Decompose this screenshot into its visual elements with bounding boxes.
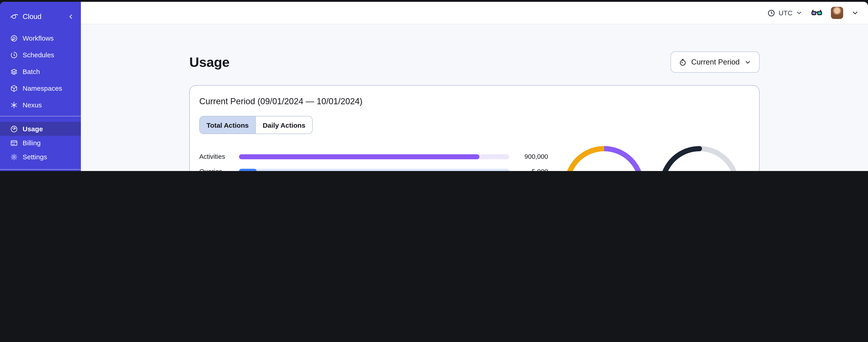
sidebar-item-namespaces[interactable]: Namespaces (0, 80, 81, 97)
usage-icon (10, 125, 18, 133)
glasses-icon (811, 7, 823, 19)
schedules-icon (10, 51, 18, 59)
workflows-icon (10, 34, 18, 42)
total-storage-donut: 0 GB/DayTotal Storage (659, 146, 740, 171)
panel-title: Current Period (09/01/2024 — 10/01/2024) (199, 97, 750, 106)
top-bar: UTC (81, 2, 868, 24)
donut-center: 0 GB/DayTotal Storage (659, 146, 740, 171)
bar-row-activities: Activities900,000 (199, 149, 548, 164)
sidebar-nav-account: UsageBillingSettings (0, 116, 81, 169)
sidebar-item-billing[interactable]: Billing (0, 136, 81, 150)
brand-label: Cloud (23, 13, 41, 21)
main-area: UTC Usage (81, 2, 868, 171)
sidebar-nav-platform: WorkflowsSchedulesBatchNamespacesNexus (0, 30, 81, 113)
user-avatar[interactable] (831, 7, 843, 19)
bar-value: 900,000 (509, 153, 548, 160)
sidebar-item-label: Workflows (23, 34, 54, 42)
bar-track (239, 169, 509, 171)
sidebar: Cloud WorkflowsSchedulesBatchNamespacesN… (0, 2, 81, 171)
actions-tab-group: Total ActionsDaily Actions (199, 116, 313, 134)
user-menu-button[interactable] (851, 9, 859, 17)
donut-center: 4.7 MMTotal Actions (564, 146, 644, 171)
sidebar-item-schedules[interactable]: Schedules (0, 46, 81, 63)
settings-icon (10, 153, 18, 161)
chevron-left-icon (67, 13, 74, 20)
sidebar-item-settings[interactable]: Settings (0, 150, 81, 164)
period-selector-button[interactable]: Current Period (670, 52, 760, 73)
sidebar-item-label: Settings (23, 153, 47, 161)
summary-donuts: 4.7 MMTotal Actions0 GB/DayTotal Storage (564, 146, 740, 171)
sidebar-item-label: Batch (23, 68, 40, 75)
sidebar-item-workflows[interactable]: Workflows (0, 30, 81, 46)
period-selector-label: Current Period (691, 58, 740, 66)
chevron-down-icon (851, 9, 859, 17)
sidebar-item-label: Schedules (23, 51, 54, 59)
page-content: Usage Current Period Current Period (09/… (189, 24, 760, 171)
bar-label: Queries (199, 168, 239, 171)
sidebar-item-nexus[interactable]: Nexus (0, 97, 81, 113)
sidebar-brand[interactable]: Cloud (0, 5, 81, 28)
total-actions-donut: 4.7 MMTotal Actions (564, 146, 644, 171)
timezone-label: UTC (778, 9, 793, 17)
bar-track (239, 154, 509, 159)
bar-fill (239, 169, 257, 171)
sidebar-item-label: Nexus (23, 101, 42, 109)
page-title: Usage (189, 55, 229, 70)
bar-fill (239, 154, 479, 159)
stopwatch-icon (678, 58, 687, 66)
timezone-selector[interactable]: UTC (767, 9, 803, 17)
sidebar-item-batch[interactable]: Batch (0, 63, 81, 80)
actions-bar-chart: Activities900,000Queries5,000Signals130,… (199, 149, 548, 171)
batch-icon (10, 67, 18, 76)
cloud-logo-icon (10, 13, 18, 21)
app-window: Cloud WorkflowsSchedulesBatchNamespacesN… (0, 2, 868, 171)
tab-daily-actions[interactable]: Daily Actions (255, 116, 312, 134)
panel-body: Activities900,000Queries5,000Signals130,… (199, 146, 750, 171)
sidebar-item-label: Namespaces (23, 84, 62, 92)
clock-icon (767, 9, 775, 17)
nexus-icon (10, 101, 18, 109)
bar-label: Activities (199, 153, 239, 160)
tab-total-actions[interactable]: Total Actions (200, 116, 255, 134)
sidebar-nav-help: SupportDocsWelcome (0, 170, 81, 171)
glasses-button[interactable] (811, 7, 823, 19)
namespaces-icon (10, 84, 18, 92)
chevron-down-icon (744, 59, 751, 66)
page-header: Usage Current Period (189, 52, 760, 73)
bar-row-queries: Queries5,000 (199, 164, 548, 171)
billing-icon (10, 139, 18, 147)
sidebar-item-usage[interactable]: Usage (0, 122, 81, 136)
current-period-panel: Current Period (09/01/2024 — 10/01/2024)… (189, 85, 760, 171)
sidebar-item-label: Usage (23, 125, 43, 133)
viewport: Cloud WorkflowsSchedulesBatchNamespacesN… (0, 0, 868, 171)
chevron-down-icon (796, 9, 803, 16)
sidebar-collapse-button[interactable] (67, 13, 74, 20)
bar-value: 5,000 (509, 168, 548, 171)
sidebar-item-label: Billing (23, 139, 41, 147)
